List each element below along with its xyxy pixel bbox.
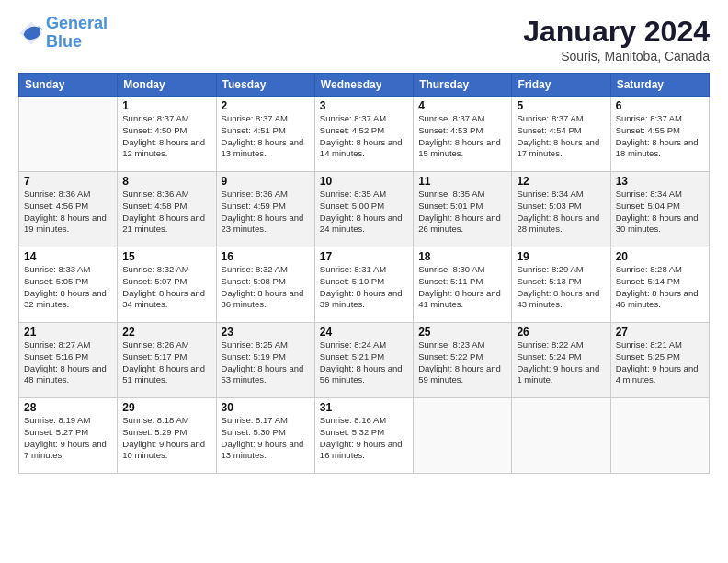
- calendar-cell: 10Sunrise: 8:35 AMSunset: 5:00 PMDayligh…: [314, 172, 413, 247]
- day-info: Sunrise: 8:37 AMSunset: 4:50 PMDaylight:…: [122, 113, 210, 160]
- day-info: Sunrise: 8:37 AMSunset: 4:52 PMDaylight:…: [320, 113, 408, 160]
- day-info: Sunrise: 8:31 AMSunset: 5:10 PMDaylight:…: [320, 264, 408, 311]
- calendar-cell: 4Sunrise: 8:37 AMSunset: 4:53 PMDaylight…: [414, 97, 512, 172]
- header-saturday: Saturday: [610, 74, 709, 97]
- calendar-cell: 1Sunrise: 8:37 AMSunset: 4:50 PMDaylight…: [118, 97, 216, 172]
- calendar-cell: 11Sunrise: 8:35 AMSunset: 5:01 PMDayligh…: [414, 172, 512, 247]
- day-info: Sunrise: 8:24 AMSunset: 5:21 PMDaylight:…: [320, 339, 408, 386]
- calendar-cell: [610, 398, 709, 474]
- day-number: 14: [24, 250, 112, 263]
- header: General Blue January 2024 Souris, Manito…: [18, 15, 710, 63]
- calendar-week-row: 14Sunrise: 8:33 AMSunset: 5:05 PMDayligh…: [19, 247, 710, 323]
- calendar-cell: 29Sunrise: 8:18 AMSunset: 5:29 PMDayligh…: [118, 398, 216, 474]
- day-number: 22: [122, 326, 210, 339]
- logo: General Blue: [18, 15, 108, 52]
- day-number: 15: [122, 250, 210, 263]
- calendar-cell: 24Sunrise: 8:24 AMSunset: 5:21 PMDayligh…: [314, 323, 413, 398]
- calendar-cell: 15Sunrise: 8:32 AMSunset: 5:07 PMDayligh…: [118, 247, 216, 323]
- day-number: 4: [418, 99, 506, 112]
- day-number: 20: [616, 250, 704, 263]
- location: Souris, Manitoba, Canada: [523, 49, 710, 63]
- header-monday: Monday: [118, 74, 216, 97]
- calendar-cell: 19Sunrise: 8:29 AMSunset: 5:13 PMDayligh…: [512, 247, 610, 323]
- day-number: 17: [320, 250, 408, 263]
- calendar-cell: [512, 398, 610, 474]
- header-sunday: Sunday: [19, 74, 118, 97]
- day-number: 28: [24, 401, 112, 414]
- calendar-cell: 3Sunrise: 8:37 AMSunset: 4:52 PMDaylight…: [314, 97, 413, 172]
- day-number: 9: [222, 175, 310, 188]
- day-number: 18: [418, 250, 506, 263]
- page: General Blue January 2024 Souris, Manito…: [0, 0, 728, 563]
- calendar-cell: 5Sunrise: 8:37 AMSunset: 4:54 PMDaylight…: [512, 97, 610, 172]
- calendar-week-row: 28Sunrise: 8:19 AMSunset: 5:27 PMDayligh…: [19, 398, 710, 474]
- day-info: Sunrise: 8:27 AMSunset: 5:16 PMDaylight:…: [24, 339, 112, 386]
- calendar-cell: 18Sunrise: 8:30 AMSunset: 5:11 PMDayligh…: [414, 247, 512, 323]
- calendar-cell: 20Sunrise: 8:28 AMSunset: 5:14 PMDayligh…: [610, 247, 709, 323]
- day-info: Sunrise: 8:30 AMSunset: 5:11 PMDaylight:…: [418, 264, 506, 311]
- day-info: Sunrise: 8:37 AMSunset: 4:55 PMDaylight:…: [616, 113, 704, 160]
- calendar-cell: 14Sunrise: 8:33 AMSunset: 5:05 PMDayligh…: [19, 247, 118, 323]
- day-number: 26: [517, 326, 605, 339]
- day-number: 7: [24, 175, 112, 188]
- header-thursday: Thursday: [414, 74, 512, 97]
- calendar-cell: 31Sunrise: 8:16 AMSunset: 5:32 PMDayligh…: [314, 398, 413, 474]
- calendar-cell: 8Sunrise: 8:36 AMSunset: 4:58 PMDaylight…: [118, 172, 216, 247]
- header-tuesday: Tuesday: [216, 74, 314, 97]
- day-number: 31: [320, 401, 408, 414]
- day-number: 24: [320, 326, 408, 339]
- calendar-cell: 16Sunrise: 8:32 AMSunset: 5:08 PMDayligh…: [216, 247, 314, 323]
- day-number: 23: [222, 326, 310, 339]
- day-info: Sunrise: 8:37 AMSunset: 4:53 PMDaylight:…: [418, 113, 506, 160]
- day-info: Sunrise: 8:35 AMSunset: 5:00 PMDaylight:…: [320, 189, 408, 236]
- calendar-cell: 6Sunrise: 8:37 AMSunset: 4:55 PMDaylight…: [610, 97, 709, 172]
- day-info: Sunrise: 8:28 AMSunset: 5:14 PMDaylight:…: [616, 264, 704, 311]
- calendar-cell: 22Sunrise: 8:26 AMSunset: 5:17 PMDayligh…: [118, 323, 216, 398]
- calendar-cell: 26Sunrise: 8:22 AMSunset: 5:24 PMDayligh…: [512, 323, 610, 398]
- day-number: 3: [320, 99, 408, 112]
- day-info: Sunrise: 8:16 AMSunset: 5:32 PMDaylight:…: [320, 415, 408, 462]
- calendar-week-row: 21Sunrise: 8:27 AMSunset: 5:16 PMDayligh…: [19, 323, 710, 398]
- day-info: Sunrise: 8:34 AMSunset: 5:03 PMDaylight:…: [517, 189, 605, 236]
- logo-icon: [18, 20, 44, 46]
- day-number: 6: [616, 99, 704, 112]
- day-info: Sunrise: 8:32 AMSunset: 5:08 PMDaylight:…: [222, 264, 310, 311]
- day-info: Sunrise: 8:37 AMSunset: 4:51 PMDaylight:…: [222, 113, 310, 160]
- day-number: 12: [517, 175, 605, 188]
- day-info: Sunrise: 8:26 AMSunset: 5:17 PMDaylight:…: [122, 339, 210, 386]
- calendar-cell: 9Sunrise: 8:36 AMSunset: 4:59 PMDaylight…: [216, 172, 314, 247]
- calendar-cell: 27Sunrise: 8:21 AMSunset: 5:25 PMDayligh…: [610, 323, 709, 398]
- day-info: Sunrise: 8:17 AMSunset: 5:30 PMDaylight:…: [222, 415, 310, 462]
- calendar-week-row: 1Sunrise: 8:37 AMSunset: 4:50 PMDaylight…: [19, 97, 710, 172]
- month-title: January 2024: [523, 15, 710, 49]
- day-info: Sunrise: 8:29 AMSunset: 5:13 PMDaylight:…: [517, 264, 605, 311]
- calendar-cell: 25Sunrise: 8:23 AMSunset: 5:22 PMDayligh…: [414, 323, 512, 398]
- calendar-cell: 28Sunrise: 8:19 AMSunset: 5:27 PMDayligh…: [19, 398, 118, 474]
- day-info: Sunrise: 8:22 AMSunset: 5:24 PMDaylight:…: [517, 339, 605, 386]
- calendar-cell: 30Sunrise: 8:17 AMSunset: 5:30 PMDayligh…: [216, 398, 314, 474]
- day-number: 5: [517, 99, 605, 112]
- day-info: Sunrise: 8:36 AMSunset: 4:58 PMDaylight:…: [122, 189, 210, 236]
- day-number: 1: [122, 99, 210, 112]
- day-number: 8: [122, 175, 210, 188]
- day-info: Sunrise: 8:21 AMSunset: 5:25 PMDaylight:…: [616, 339, 704, 386]
- day-number: 25: [418, 326, 506, 339]
- calendar-cell: 13Sunrise: 8:34 AMSunset: 5:04 PMDayligh…: [610, 172, 709, 247]
- calendar-cell: [414, 398, 512, 474]
- calendar-cell: 17Sunrise: 8:31 AMSunset: 5:10 PMDayligh…: [314, 247, 413, 323]
- day-number: 2: [222, 99, 310, 112]
- day-number: 21: [24, 326, 112, 339]
- day-info: Sunrise: 8:19 AMSunset: 5:27 PMDaylight:…: [24, 415, 112, 462]
- logo-text: General Blue: [46, 15, 108, 52]
- header-friday: Friday: [512, 74, 610, 97]
- day-info: Sunrise: 8:32 AMSunset: 5:07 PMDaylight:…: [122, 264, 210, 311]
- day-number: 19: [517, 250, 605, 263]
- calendar-cell: 12Sunrise: 8:34 AMSunset: 5:03 PMDayligh…: [512, 172, 610, 247]
- day-info: Sunrise: 8:35 AMSunset: 5:01 PMDaylight:…: [418, 189, 506, 236]
- title-block: January 2024 Souris, Manitoba, Canada: [523, 15, 710, 63]
- day-number: 30: [222, 401, 310, 414]
- logo-line2: Blue: [46, 32, 82, 51]
- calendar-cell: 23Sunrise: 8:25 AMSunset: 5:19 PMDayligh…: [216, 323, 314, 398]
- calendar-cell: [19, 97, 118, 172]
- day-number: 11: [418, 175, 506, 188]
